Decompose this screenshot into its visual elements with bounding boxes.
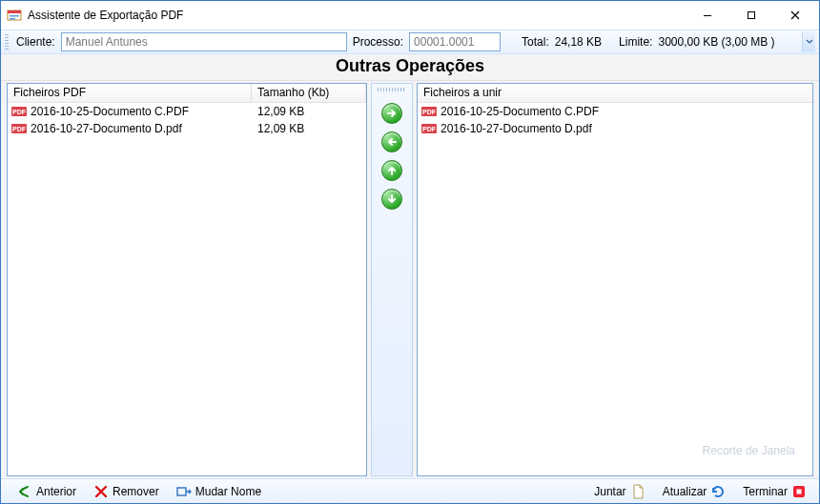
- remove-left-button[interactable]: [381, 131, 402, 152]
- merge-files-pane: Ficheiros a unir PDF2016-10-25-Documento…: [417, 83, 813, 476]
- move-down-button[interactable]: [381, 189, 402, 210]
- mudar-nome-label: Mudar Nome: [195, 485, 261, 498]
- svg-rect-5: [748, 12, 755, 19]
- center-grip: [378, 88, 406, 91]
- pdf-file-icon: PDF: [421, 106, 437, 117]
- stop-icon: [791, 484, 807, 499]
- table-row[interactable]: PDF2016-10-25-Documento C.PDF: [418, 103, 812, 120]
- back-arrow-icon: [17, 484, 32, 499]
- file-size: 12,09 KB: [252, 120, 366, 137]
- juntar-button[interactable]: Juntar: [587, 481, 651, 502]
- svg-rect-1: [8, 10, 21, 13]
- file-size: 12,09 KB: [252, 103, 366, 120]
- maximize-button[interactable]: [729, 2, 773, 29]
- refresh-icon: [710, 484, 726, 499]
- svg-text:PDF: PDF: [422, 109, 437, 115]
- remover-button[interactable]: Remover: [87, 481, 166, 502]
- source-list-header: Ficheiros PDF Tamanho (Kb): [8, 84, 366, 103]
- pdf-file-icon: PDF: [11, 123, 27, 134]
- info-toolbar: Cliente: Processo: Total: 24,18 KB Limit…: [1, 30, 819, 54]
- section-title: Outras Operações: [1, 54, 819, 81]
- col-header-name[interactable]: Ficheiros PDF: [8, 84, 252, 102]
- file-name: 2016-10-25-Documento C.PDF: [31, 103, 252, 120]
- toolbar-grip: [5, 34, 9, 50]
- pdf-file-icon: PDF: [11, 106, 27, 117]
- anterior-button[interactable]: Anterior: [10, 481, 83, 502]
- atualizar-label: Atualizar: [663, 485, 707, 498]
- svg-rect-3: [10, 18, 15, 20]
- toolbar-overflow-button[interactable]: [802, 31, 815, 52]
- cliente-input[interactable]: [61, 32, 347, 51]
- svg-rect-14: [177, 488, 186, 495]
- table-row[interactable]: PDF2016-10-27-Documento D.pdf12,09 KB: [8, 120, 366, 137]
- terminar-button[interactable]: Terminar: [736, 481, 813, 502]
- bottom-toolbar: Anterior Remover Mudar Nome Juntar Atual…: [1, 478, 819, 503]
- svg-rect-16: [797, 489, 802, 494]
- merge-list-body[interactable]: PDF2016-10-25-Documento C.PDFPDF2016-10-…: [418, 103, 812, 475]
- svg-text:PDF: PDF: [12, 109, 27, 115]
- rename-icon: [176, 484, 192, 499]
- limite-label: Limite:: [619, 35, 652, 49]
- close-button[interactable]: [773, 2, 817, 29]
- svg-rect-2: [10, 15, 19, 17]
- file-name: 2016-10-27-Documento D.pdf: [31, 120, 252, 137]
- merge-list-header: Ficheiros a unir: [418, 84, 812, 103]
- svg-text:PDF: PDF: [12, 126, 27, 132]
- titlebar: Assistente de Exportação PDF: [1, 1, 819, 30]
- processo-input[interactable]: [409, 32, 501, 51]
- table-row[interactable]: PDF2016-10-27-Documento D.pdf: [418, 120, 812, 137]
- svg-text:PDF: PDF: [422, 126, 437, 132]
- atualizar-button[interactable]: Atualizar: [656, 481, 733, 502]
- file-name: 2016-10-25-Documento C.PDF: [441, 103, 812, 120]
- cliente-label: Cliente:: [16, 35, 55, 49]
- source-files-pane: Ficheiros PDF Tamanho (Kb) PDF2016-10-25…: [7, 83, 367, 476]
- move-up-button[interactable]: [381, 160, 402, 181]
- limite-value: 3000,00 KB (3,00 MB ): [658, 35, 774, 49]
- processo-label: Processo:: [353, 35, 403, 49]
- juntar-label: Juntar: [594, 485, 625, 498]
- minimize-button[interactable]: [686, 2, 729, 29]
- total-label: Total:: [522, 35, 549, 49]
- col-header-merge-name[interactable]: Ficheiros a unir: [418, 84, 812, 102]
- file-name: 2016-10-27-Documento D.pdf: [441, 120, 812, 137]
- anterior-label: Anterior: [36, 485, 76, 498]
- col-header-size[interactable]: Tamanho (Kb): [252, 84, 366, 102]
- terminar-label: Terminar: [743, 485, 788, 498]
- source-list-body[interactable]: PDF2016-10-25-Documento C.PDF12,09 KBPDF…: [8, 103, 366, 475]
- mudar-nome-button[interactable]: Mudar Nome: [170, 481, 268, 502]
- delete-x-icon: [93, 484, 109, 499]
- document-icon: [630, 484, 646, 499]
- svg-rect-4: [704, 15, 711, 16]
- total-value: 24,18 KB: [555, 35, 602, 49]
- app-window: Assistente de Exportação PDF Cliente: Pr…: [0, 0, 820, 504]
- pdf-file-icon: PDF: [421, 123, 437, 134]
- table-row[interactable]: PDF2016-10-25-Documento C.PDF12,09 KB: [8, 103, 366, 120]
- window-title: Assistente de Exportação PDF: [28, 9, 183, 22]
- app-icon: [7, 8, 22, 23]
- add-right-button[interactable]: [381, 103, 402, 124]
- main-area: Ficheiros PDF Tamanho (Kb) PDF2016-10-25…: [1, 81, 819, 478]
- remover-label: Remover: [113, 485, 159, 498]
- transfer-buttons-column: [371, 83, 413, 476]
